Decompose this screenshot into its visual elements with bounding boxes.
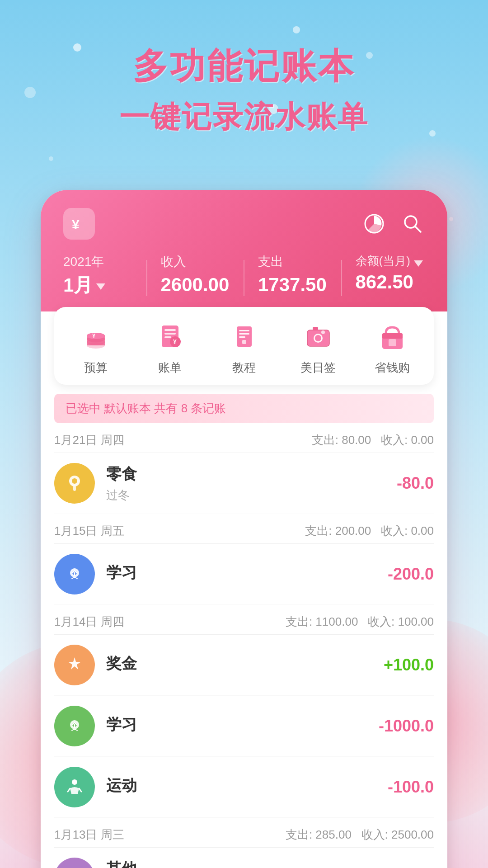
year-label: 2021年 (63, 253, 133, 270)
logo-icon: ¥ (63, 208, 95, 240)
photo-icon (300, 318, 336, 354)
hero-title-1: 多功能记账本 (0, 45, 488, 88)
tx-amount-snack: -80.0 (397, 474, 434, 493)
tutorial-icon (226, 318, 262, 354)
tx-icon-snack (54, 463, 95, 504)
svg-rect-21 (242, 340, 246, 344)
svg-rect-18 (239, 330, 249, 331)
date-summary-jan13: 支出: 285.00 收入: 2500.00 (286, 827, 434, 843)
tx-other[interactable]: 其他 小猪砸碎哒 +2500.0 (54, 848, 434, 868)
tx-info-sport: 运动 (106, 775, 388, 799)
tx-info-study1: 学习 (106, 562, 388, 586)
tx-bonus[interactable]: 奖金 +100.0 (54, 635, 434, 696)
tx-amount-study1: -200.0 (388, 565, 434, 584)
svg-line-3 (415, 226, 421, 232)
bill-icon: ¥ (152, 318, 188, 354)
date-label-jan13: 1月13日 周三 (54, 827, 124, 843)
income-label: 收入 (161, 253, 230, 270)
tx-study-jan14[interactable]: 学习 -1000.0 (54, 696, 434, 757)
year-month-section: 2021年 1月 (63, 253, 133, 298)
menu-item-budget[interactable]: ¥ 预算 (78, 318, 114, 376)
tx-name-snack: 零食 (106, 464, 397, 485)
svg-text:¥: ¥ (173, 338, 177, 345)
expense-value: 1737.50 (258, 274, 328, 296)
menu-label-bill: 账单 (158, 360, 182, 376)
balance-label: 余额(当月) (356, 253, 410, 269)
tx-name-study1: 学习 (106, 562, 388, 583)
tx-snack[interactable]: 零食 过冬 -80.0 (54, 453, 434, 514)
svg-rect-19 (239, 333, 249, 335)
date-label-jan21: 1月21日 周四 (54, 432, 124, 448)
svg-rect-12 (164, 329, 176, 331)
tx-name-bonus: 奖金 (106, 653, 384, 674)
svg-rect-33 (73, 486, 76, 491)
svg-rect-29 (382, 333, 403, 339)
svg-point-25 (315, 335, 321, 341)
tx-info-bonus: 奖金 (106, 653, 384, 677)
stat-divider-3 (341, 260, 342, 296)
date-summary-jan21: 支出: 80.00 收入: 0.00 (312, 432, 434, 448)
balance-section: 余额(当月) 862.50 (356, 253, 425, 293)
menu-item-bill[interactable]: ¥ 账单 (152, 318, 188, 376)
budget-icon: ¥ (78, 318, 114, 354)
quick-menu: ¥ 预算 ¥ 账单 (54, 307, 434, 385)
svg-point-9 (87, 333, 105, 339)
svg-text:¥: ¥ (72, 217, 80, 232)
menu-label-shop: 省钱购 (375, 360, 410, 376)
tx-info-study2: 学习 (106, 714, 379, 738)
svg-point-26 (321, 330, 325, 334)
stat-divider-1 (146, 260, 147, 296)
tx-icon-study2 (54, 706, 95, 746)
date-row-jan15: 1月15日 周五 支出: 200.00 收入: 0.00 (54, 514, 434, 544)
tx-info-other: 其他 小猪砸碎哒 (106, 859, 375, 868)
shop-icon (374, 318, 410, 354)
date-row-jan13: 1月13日 周三 支出: 285.00 收入: 2500.00 (54, 818, 434, 848)
tx-study-jan15[interactable]: 学习 -200.0 (54, 544, 434, 605)
menu-item-tutorial[interactable]: 教程 (226, 318, 262, 376)
tx-sport[interactable]: 运动 -100.0 (54, 757, 434, 818)
date-label-jan14: 1月14日 周四 (54, 614, 124, 630)
menu-label-budget: 预算 (84, 360, 108, 376)
hero-section: 多功能记账本 一键记录流水账单 (0, 45, 488, 137)
month-dropdown-arrow[interactable] (96, 283, 105, 290)
tx-icon-sport (54, 767, 95, 807)
svg-point-39 (72, 779, 77, 785)
chart-icon-button[interactable] (361, 212, 386, 236)
tx-icon-study1 (54, 554, 95, 594)
income-value: 2600.00 (161, 274, 230, 296)
date-row-jan21: 1月21日 周四 支出: 80.00 收入: 0.00 (54, 423, 434, 453)
transaction-list: 1月21日 周四 支出: 80.00 收入: 0.00 零食 过冬 -80.0 … (41, 423, 447, 868)
svg-rect-30 (389, 339, 396, 346)
search-icon-button[interactable] (400, 212, 425, 236)
header-icons (361, 212, 425, 236)
svg-rect-27 (313, 327, 318, 330)
menu-label-photo: 美日签 (300, 360, 336, 376)
balance-dropdown-arrow[interactable] (414, 260, 423, 267)
expense-label: 支出 (258, 253, 328, 270)
tx-name-sport: 运动 (106, 775, 388, 796)
tx-icon-bonus (54, 645, 95, 685)
expense-section: 支出 1737.50 (258, 253, 328, 296)
app-header: ¥ (41, 190, 447, 311)
stat-divider-2 (244, 260, 244, 296)
svg-rect-14 (164, 336, 171, 338)
svg-rect-13 (164, 333, 176, 335)
income-section: 收入 2600.00 (161, 253, 230, 296)
date-row-jan14: 1月14日 周四 支出: 1100.00 收入: 100.00 (54, 605, 434, 635)
month-value[interactable]: 1月 (63, 273, 93, 298)
svg-point-32 (72, 478, 77, 484)
tx-info-snack: 零食 过冬 (106, 464, 397, 503)
menu-item-shop[interactable]: 省钱购 (374, 318, 410, 376)
tx-amount-sport: -100.0 (388, 778, 434, 797)
menu-label-tutorial: 教程 (232, 360, 256, 376)
menu-item-photo[interactable]: 美日签 (300, 318, 336, 376)
tx-amount-study2: -1000.0 (379, 717, 434, 736)
svg-marker-36 (68, 657, 81, 670)
phone-card: ¥ (41, 190, 447, 868)
tx-note-snack: 过冬 (106, 487, 397, 503)
tx-amount-bonus: +100.0 (384, 656, 434, 675)
tx-icon-other (54, 858, 95, 868)
date-summary-jan14: 支出: 1100.00 收入: 100.00 (286, 614, 434, 630)
stats-row: 2021年 1月 收入 2600.00 支出 1737.50 (63, 253, 425, 298)
header-top: ¥ (63, 208, 425, 240)
